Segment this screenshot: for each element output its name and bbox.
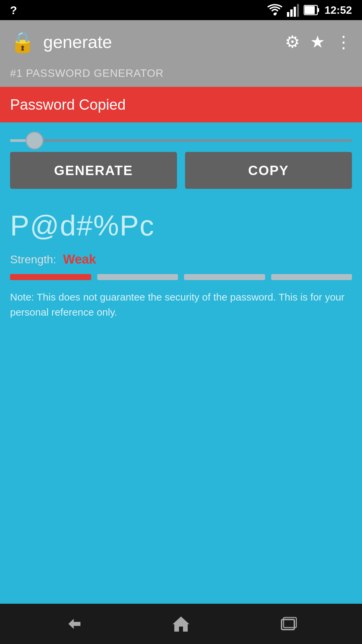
battery-icon (304, 3, 320, 17)
strength-value: Weak (63, 252, 96, 267)
app-title: generate (43, 32, 285, 52)
copy-button[interactable]: COPY (185, 152, 352, 189)
subtitle-bar: #1 PASSWORD GENERATOR (0, 64, 362, 87)
signal-icon (287, 3, 299, 17)
svg-rect-4 (297, 4, 299, 17)
svg-point-0 (274, 13, 276, 15)
strength-bar-3 (184, 274, 265, 280)
strength-row: Strength: Weak (10, 252, 352, 267)
password-display: P@d#%Pc (10, 202, 352, 252)
favorite-icon[interactable]: ★ (310, 32, 325, 52)
toolbar: 🔒 generate ⚙ ★ ⋮ (0, 20, 362, 64)
svg-rect-3 (294, 7, 296, 17)
subtitle-text: #1 PASSWORD GENERATOR (10, 67, 164, 79)
note-text: Note: This does not guarantee the securi… (10, 291, 345, 318)
main-content: GENERATE COPY P@d#%Pc Strength: Weak Not… (0, 122, 362, 604)
svg-rect-7 (305, 6, 315, 14)
status-bar-left: ? (10, 0, 17, 20)
home-button[interactable] (161, 610, 201, 637)
strength-bar-2 (97, 274, 178, 280)
svg-rect-6 (317, 8, 319, 12)
question-icon: ? (10, 4, 17, 17)
svg-rect-1 (287, 12, 289, 17)
toolbar-actions: ⚙ ★ ⋮ (285, 32, 352, 52)
lock-icon: 🔒 (10, 30, 35, 54)
strength-bars (10, 274, 352, 280)
strength-bar-1 (10, 274, 91, 280)
status-time: 12:52 (324, 4, 352, 16)
more-options-icon[interactable]: ⋮ (335, 32, 352, 52)
slider-thumb[interactable] (25, 131, 44, 150)
svg-rect-2 (290, 9, 293, 17)
settings-icon[interactable]: ⚙ (285, 32, 300, 52)
wifi-icon (267, 3, 282, 17)
slider-row (10, 132, 352, 152)
slider-track[interactable] (10, 139, 352, 142)
notification-banner: Password Copied (0, 87, 362, 122)
strength-label: Strength: (10, 253, 56, 266)
back-button[interactable] (54, 610, 94, 637)
buttons-row: GENERATE COPY (10, 152, 352, 189)
status-icons: 12:52 (267, 3, 352, 17)
password-value: P@d#%Pc (10, 209, 155, 241)
notification-text: Password Copied (10, 96, 126, 113)
recents-button[interactable] (268, 610, 308, 637)
strength-bar-4 (271, 274, 352, 280)
note-container: Note: This does not guarantee the securi… (10, 289, 352, 320)
generate-button[interactable]: GENERATE (10, 152, 177, 189)
bottom-nav (0, 604, 362, 644)
